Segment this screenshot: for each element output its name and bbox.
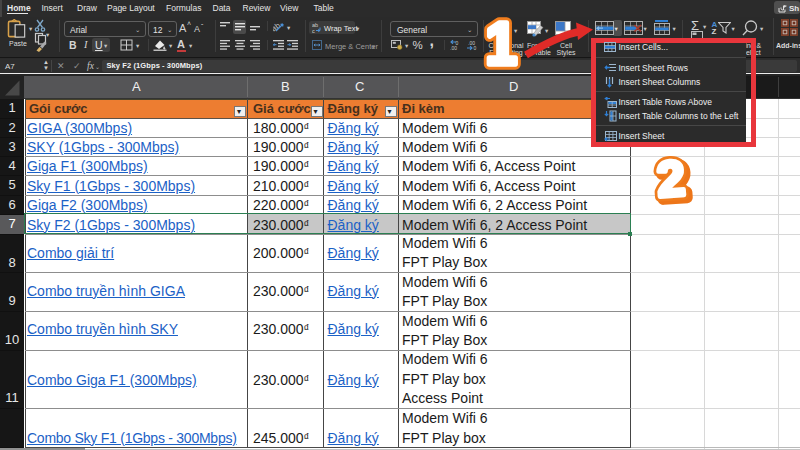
svg-text:2: 2: [655, 150, 687, 208]
svg-text:.00: .00: [450, 45, 457, 51]
svg-text:c: c: [312, 28, 315, 34]
svg-text:1: 1: [486, 11, 517, 77]
svg-text:ab: ab: [273, 22, 282, 32]
